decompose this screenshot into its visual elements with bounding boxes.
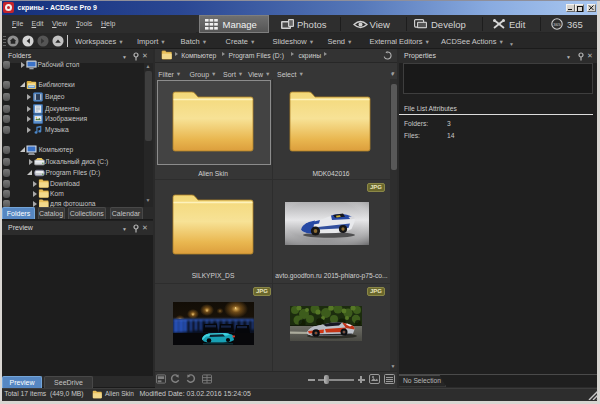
svg-text:365: 365 (553, 22, 561, 27)
